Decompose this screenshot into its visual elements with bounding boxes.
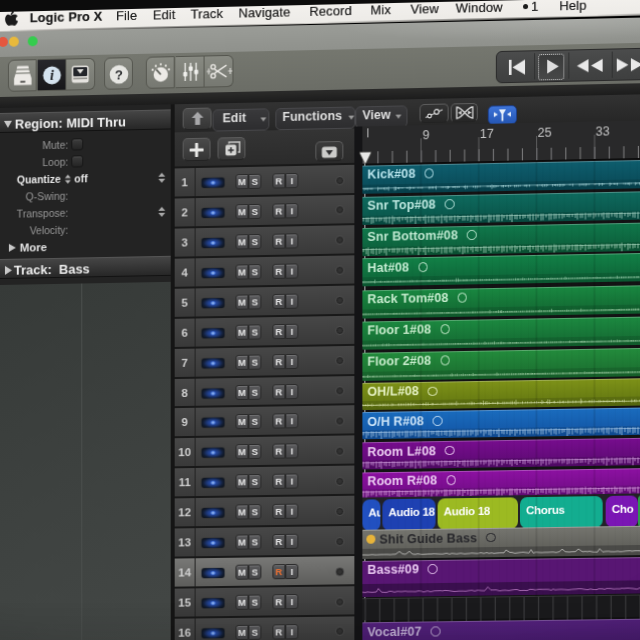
svg-text:?: ?: [115, 67, 123, 82]
svg-text:i: i: [50, 68, 54, 83]
